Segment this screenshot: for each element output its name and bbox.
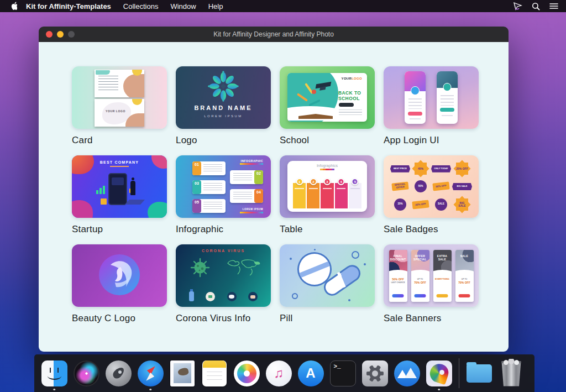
sale-badge: 45%: [415, 163, 427, 175]
step-card: 04: [230, 189, 263, 203]
dock-finder[interactable]: [40, 356, 69, 391]
banner-button: [415, 294, 426, 297]
template-thumbnail-table[interactable]: Infographics 1 2 3 4 5: [280, 155, 375, 218]
template-thumbnail-corona-virus-info[interactable]: CORONA VIRUS: [176, 244, 271, 307]
sale-badge: BEST PRICE: [390, 165, 410, 173]
deco-dot: [290, 258, 292, 260]
zoom-button-disabled: [68, 31, 75, 38]
story-banner: SALE UP TO70% OFF: [455, 250, 474, 302]
banner-button: [392, 294, 404, 297]
banner-button: [437, 294, 448, 297]
dock-itunes[interactable]: ♫: [264, 356, 293, 391]
pointer-icon[interactable]: [513, 2, 522, 11]
template-thumbnail-startup[interactable]: BEST COMPANY: [72, 155, 167, 218]
desktop: Kit for Affinity-Templates Collections W…: [0, 0, 566, 392]
running-indicator: [53, 389, 55, 391]
template-thumbnail-school[interactable]: YOURLOGO BACK TO SCHOOL: [280, 66, 375, 129]
form-fields: [408, 98, 422, 109]
step-card: 01: [192, 161, 226, 175]
notification-list-icon[interactable]: [549, 3, 558, 9]
text-lines: [339, 109, 362, 117]
dock: ♫ A: [34, 354, 534, 392]
dock-trash[interactable]: [497, 356, 526, 391]
template-label: Infographic: [176, 224, 271, 235]
text-lines: [203, 202, 222, 211]
deco-blob: [72, 200, 93, 218]
menu-bar-status-icons: [513, 2, 560, 11]
dock-app-store[interactable]: A: [296, 356, 325, 391]
sale-badge: 50%: [415, 180, 427, 192]
close-button[interactable]: [46, 31, 53, 38]
template-cell-school: YOURLOGO BACK TO SCHOOL School: [280, 66, 375, 146]
minimize-button[interactable]: [57, 31, 64, 38]
brand-name-text: BRAND NAME: [176, 104, 271, 111]
template-thumbnail-app-login-ui[interactable]: [384, 66, 479, 129]
gear-icon: [362, 360, 388, 386]
deco-dot: [314, 249, 316, 250]
safari-compass-icon: [138, 360, 164, 386]
card-logo-text: YOUR LOGO: [95, 109, 137, 113]
text-lines: [233, 192, 252, 201]
form-fields: [441, 95, 454, 106]
template-thumbnail-pill[interactable]: [280, 244, 375, 307]
business-card-back: YOUR LOGO: [95, 99, 144, 127]
template-label: Logo: [176, 135, 271, 146]
dock-safari[interactable]: [136, 356, 165, 391]
text-lines: [233, 173, 252, 182]
template-label: Startup: [72, 224, 167, 235]
sale-badge: 50% OFF: [432, 182, 449, 191]
dock-notes[interactable]: [200, 356, 229, 391]
dock-app-cleaner[interactable]: [392, 356, 421, 391]
template-thumbnail-logo[interactable]: BRAND NAME LOREM IPSUM: [176, 66, 271, 129]
woman-face-logo-icon: [98, 254, 140, 298]
color-dots: [320, 169, 334, 170]
table-title: Infographics: [287, 164, 367, 168]
dock-photos[interactable]: [232, 356, 261, 391]
menu-collections[interactable]: Collections: [123, 2, 159, 11]
dock-system-preferences[interactable]: [360, 356, 389, 391]
template-label: Beauty C Logo: [72, 313, 167, 324]
template-thumbnail-card[interactable]: YOUR LOGO: [72, 66, 167, 129]
notes-icon: [202, 360, 227, 386]
apple-menu-icon[interactable]: [10, 2, 17, 11]
template-cell-card: YOUR LOGO Card: [72, 66, 167, 146]
template-label: Corona Virus Info: [176, 313, 271, 324]
search-icon[interactable]: [532, 2, 540, 11]
dock-kit-for-affinity[interactable]: [424, 356, 453, 391]
template-thumbnail-sale-badges[interactable]: BEST PRICE 45% ONLY TODAY 25% OFF SPECIA…: [384, 155, 479, 218]
template-label: Table: [280, 224, 375, 235]
template-thumbnail-beauty-c-logo[interactable]: [72, 244, 167, 307]
template-thumbnail-infographic[interactable]: INFOGRAPHIC 01 02 03 04 05 LOREM IPSUM: [176, 155, 271, 218]
landing-page-mockup: YOURLOGO BACK TO SCHOOL: [287, 73, 367, 122]
template-cell-app-login-ui: App Login UI: [384, 66, 479, 146]
text-lines: [98, 76, 118, 91]
dock-launchpad[interactable]: [104, 356, 133, 391]
dock-mail[interactable]: [168, 356, 197, 391]
step-card: 02: [230, 170, 263, 184]
dock-siri[interactable]: [72, 356, 101, 391]
window-titlebar[interactable]: Kit for Affinity Designer and Affinity P…: [39, 27, 509, 42]
dock-folder[interactable]: [465, 356, 494, 391]
menu-help[interactable]: Help: [208, 2, 223, 11]
story-banner: OFFER SPECIAL UP TO70% OFF: [411, 250, 429, 302]
template-cell-logo: BRAND NAME LOREM IPSUM Logo: [176, 66, 271, 146]
template-thumbnail-sale-banners[interactable]: FINAL DISCOUNT 50% OFFLAST CHANCE OFFER …: [384, 244, 479, 307]
dock-terminal[interactable]: [328, 356, 357, 391]
deco-dot: [348, 299, 350, 301]
story-banner: EXTRA SALE EVERYTHING: [433, 250, 452, 302]
infographic-title: INFOGRAPHIC: [241, 159, 264, 163]
hand-washing-icon: [248, 292, 258, 301]
sub-heading-line: [110, 166, 129, 167]
terminal-icon: [330, 360, 356, 386]
sale-badge: ONLY TODAY: [431, 165, 451, 173]
text-lines: [203, 183, 222, 192]
tablet-mockup: Infographics 1 2 3 4 5: [287, 161, 367, 212]
menu-app-name[interactable]: Kit for Affinity-Templates: [26, 2, 111, 11]
menu-window[interactable]: Window: [170, 2, 196, 11]
template-cell-startup: BEST COMPANY Startup: [72, 155, 167, 235]
isometric-phone: [108, 173, 127, 205]
story-banner: FINAL DISCOUNT 50% OFFLAST CHANCE: [389, 250, 407, 302]
table-columns: 1 2 3 4 5: [293, 183, 361, 208]
app-store-icon: A: [298, 360, 324, 386]
bar-chart-icon: [96, 185, 106, 194]
